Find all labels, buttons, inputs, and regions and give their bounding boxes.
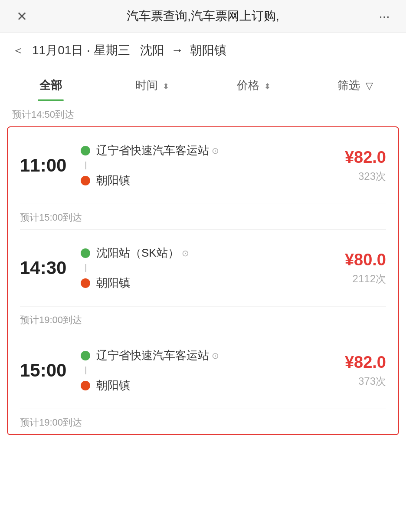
back-button[interactable]: ＜ [12, 42, 24, 59]
more-icon[interactable]: ··· [375, 9, 394, 23]
from-station-row-3: 辽宁省快速汽车客运站 ⊙ [81, 344, 317, 367]
departure-time-1: 11:00 [20, 155, 76, 176]
departure-time-2: 14:30 [20, 258, 76, 278]
from-station-name-2: 沈阳站（SK站） [96, 245, 179, 261]
stations-3: 辽宁省快速汽车客运站 ⊙ 朝阳镇 [76, 344, 317, 397]
nav-arrow: → [171, 43, 183, 57]
section-label-3: 预计19:00到达 [8, 307, 398, 332]
location-icon-3: ⊙ [212, 350, 219, 361]
section-label-1: 预计14:50到达 [0, 101, 406, 126]
trip-count-3: 373次 [358, 374, 386, 388]
price-section-3: ¥82.0 373次 [317, 353, 386, 388]
sort-time-icon: ⬍ [163, 82, 169, 91]
to-dot-3 [81, 381, 90, 390]
route-item-2[interactable]: 14:30 沈阳站（SK站） ⊙ 朝阳镇 ¥80.0 2112次 [8, 230, 398, 306]
location-icon-1: ⊙ [212, 145, 219, 156]
from-station-name-3: 辽宁省快速汽车客运站 [96, 348, 209, 363]
to-station-row-1: 朝阳镇 [81, 169, 317, 192]
from-dot-1 [81, 146, 90, 155]
from-station-row-1: 辽宁省快速汽车客运站 ⊙ [81, 139, 317, 162]
route-item-3[interactable]: 15:00 辽宁省快速汽车客运站 ⊙ 朝阳镇 ¥82.0 373次 [8, 332, 398, 409]
from-dot-3 [81, 351, 90, 360]
close-icon[interactable]: ✕ [12, 9, 31, 24]
trip-count-2: 2112次 [353, 272, 386, 286]
tab-time[interactable]: 时间 ⬍ [102, 68, 203, 101]
to-dot-2 [81, 278, 90, 288]
price-section-1: ¥82.0 323次 [317, 148, 386, 183]
from-station-name-1: 辽宁省快速汽车客运站 [96, 143, 209, 158]
nav-bar: ＜ 11月01日 · 星期三 沈阳 → 朝阳镇 [0, 33, 406, 68]
nav-to: 朝阳镇 [190, 43, 226, 57]
sort-price-icon: ⬍ [264, 82, 271, 91]
from-station-row-2: 沈阳站（SK站） ⊙ [81, 242, 317, 264]
to-dot-1 [81, 176, 90, 185]
nav-from: 沈阳 [140, 43, 164, 57]
to-station-name-1: 朝阳镇 [96, 173, 130, 188]
nav-date: 11月01日 · 星期三 [32, 43, 130, 57]
price-section-2: ¥80.0 2112次 [317, 251, 386, 286]
tab-all[interactable]: 全部 [0, 68, 102, 101]
route-item-1[interactable]: 11:00 辽宁省快速汽车客运站 ⊙ 朝阳镇 ¥82.0 323次 [8, 127, 398, 204]
to-station-row-2: 朝阳镇 [81, 272, 317, 294]
location-icon-2: ⊙ [182, 248, 189, 258]
routes-container: 11:00 辽宁省快速汽车客运站 ⊙ 朝阳镇 ¥82.0 323次 [7, 126, 399, 435]
header: ✕ 汽车票查询,汽车票网上订购, ··· [0, 0, 406, 33]
tab-filter[interactable]: 筛选 ▽ [304, 68, 406, 101]
price-1: ¥82.0 [345, 148, 386, 167]
trip-count-1: 323次 [358, 169, 386, 183]
tab-price[interactable]: 价格 ⬍ [203, 68, 304, 101]
price-3: ¥82.0 [345, 353, 386, 372]
stations-1: 辽宁省快速汽车客运站 ⊙ 朝阳镇 [76, 139, 317, 192]
section-label-last: 预计19:00到达 [8, 409, 398, 434]
from-dot-2 [81, 248, 90, 258]
section-label-2: 预计15:00到达 [8, 204, 398, 229]
page-title: 汽车票查询,汽车票网上订购, [31, 8, 375, 24]
filter-funnel-icon: ▽ [366, 80, 373, 92]
to-station-row-3: 朝阳镇 [81, 374, 317, 397]
to-station-name-3: 朝阳镇 [96, 378, 130, 393]
departure-time-3: 15:00 [20, 360, 76, 381]
route-info: 11月01日 · 星期三 沈阳 → 朝阳镇 [32, 42, 226, 59]
to-station-name-2: 朝阳镇 [96, 275, 130, 291]
stations-2: 沈阳站（SK站） ⊙ 朝阳镇 [76, 242, 317, 294]
price-2: ¥80.0 [345, 251, 386, 269]
filter-bar: 全部 时间 ⬍ 价格 ⬍ 筛选 ▽ [0, 68, 406, 101]
